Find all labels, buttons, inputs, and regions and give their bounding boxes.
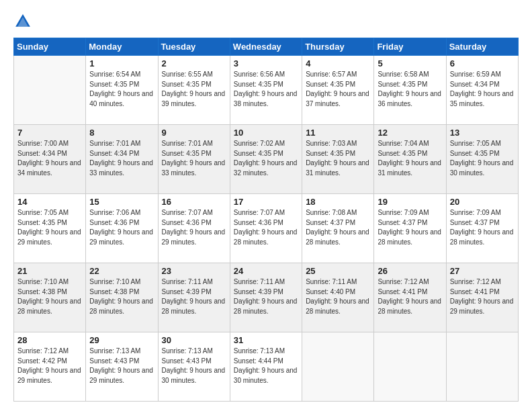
calendar-cell: 20Sunrise: 7:09 AMSunset: 4:37 PMDayligh… (446, 194, 518, 263)
day-info: Sunrise: 7:12 AMSunset: 4:42 PMDaylight:… (17, 347, 82, 385)
day-info: Sunrise: 7:11 AMSunset: 4:39 PMDaylight:… (234, 277, 298, 316)
calendar-cell: 23Sunrise: 7:11 AMSunset: 4:39 PMDayligh… (158, 263, 230, 332)
calendar-cell: 10Sunrise: 7:02 AMSunset: 4:35 PMDayligh… (230, 125, 302, 194)
calendar-cell: 6Sunrise: 6:59 AMSunset: 4:34 PMDaylight… (446, 56, 518, 125)
weekday-header-saturday: Saturday (446, 38, 518, 56)
day-number: 4 (306, 58, 370, 68)
day-number: 27 (450, 266, 515, 276)
logo-icon (13, 12, 32, 31)
day-info: Sunrise: 6:56 AMSunset: 4:35 PMDaylight:… (234, 70, 298, 109)
day-info: Sunrise: 7:13 AMSunset: 4:43 PMDaylight:… (162, 347, 226, 385)
weekday-header-thursday: Thursday (302, 38, 374, 56)
page: SundayMondayTuesdayWednesdayThursdayFrid… (0, 0, 532, 411)
day-info: Sunrise: 7:07 AMSunset: 4:36 PMDaylight:… (234, 208, 298, 247)
day-number: 5 (378, 58, 442, 68)
day-info: Sunrise: 6:55 AMSunset: 4:35 PMDaylight:… (162, 70, 226, 109)
day-number: 17 (234, 197, 298, 207)
calendar-cell: 25Sunrise: 7:11 AMSunset: 4:40 PMDayligh… (302, 263, 374, 332)
day-number: 21 (17, 266, 82, 276)
calendar-cell: 9Sunrise: 7:01 AMSunset: 4:35 PMDaylight… (158, 125, 230, 194)
calendar-cell: 14Sunrise: 7:05 AMSunset: 4:35 PMDayligh… (14, 194, 86, 263)
day-number: 11 (306, 128, 370, 138)
day-info: Sunrise: 7:04 AMSunset: 4:35 PMDaylight:… (378, 139, 442, 178)
day-number: 24 (234, 266, 298, 276)
day-info: Sunrise: 7:13 AMSunset: 4:43 PMDaylight:… (89, 347, 154, 385)
day-number: 7 (17, 128, 82, 138)
day-info: Sunrise: 7:13 AMSunset: 4:44 PMDaylight:… (234, 347, 298, 385)
day-number: 20 (450, 197, 515, 207)
day-info: Sunrise: 6:58 AMSunset: 4:35 PMDaylight:… (378, 70, 442, 109)
calendar-week-row: 14Sunrise: 7:05 AMSunset: 4:35 PMDayligh… (14, 194, 519, 263)
header (13, 12, 519, 31)
day-number: 3 (234, 58, 298, 68)
calendar-week-row: 28Sunrise: 7:12 AMSunset: 4:42 PMDayligh… (14, 332, 519, 402)
day-number: 6 (450, 58, 515, 68)
day-number: 22 (89, 266, 154, 276)
calendar-table: SundayMondayTuesdayWednesdayThursdayFrid… (13, 38, 519, 402)
day-number: 31 (234, 335, 298, 345)
calendar-cell: 16Sunrise: 7:07 AMSunset: 4:36 PMDayligh… (158, 194, 230, 263)
calendar-cell: 29Sunrise: 7:13 AMSunset: 4:43 PMDayligh… (86, 332, 158, 402)
day-info: Sunrise: 6:59 AMSunset: 4:34 PMDaylight:… (450, 70, 515, 109)
calendar-cell: 1Sunrise: 6:54 AMSunset: 4:35 PMDaylight… (86, 56, 158, 125)
calendar-cell: 15Sunrise: 7:06 AMSunset: 4:36 PMDayligh… (86, 194, 158, 263)
day-number: 26 (378, 266, 442, 276)
weekday-header-friday: Friday (374, 38, 446, 56)
calendar-cell: 26Sunrise: 7:12 AMSunset: 4:41 PMDayligh… (374, 263, 446, 332)
calendar-cell: 18Sunrise: 7:08 AMSunset: 4:37 PMDayligh… (302, 194, 374, 263)
day-number: 2 (162, 58, 226, 68)
calendar-cell: 27Sunrise: 7:12 AMSunset: 4:41 PMDayligh… (446, 263, 518, 332)
day-number: 16 (162, 197, 226, 207)
day-info: Sunrise: 7:01 AMSunset: 4:35 PMDaylight:… (162, 139, 226, 178)
day-number: 23 (162, 266, 226, 276)
calendar-cell (446, 332, 518, 402)
calendar-week-row: 7Sunrise: 7:00 AMSunset: 4:34 PMDaylight… (14, 125, 519, 194)
day-number: 25 (306, 266, 370, 276)
day-info: Sunrise: 7:00 AMSunset: 4:34 PMDaylight:… (17, 139, 82, 178)
day-info: Sunrise: 7:11 AMSunset: 4:39 PMDaylight:… (162, 277, 226, 316)
day-info: Sunrise: 6:54 AMSunset: 4:35 PMDaylight:… (89, 70, 154, 109)
calendar-cell: 24Sunrise: 7:11 AMSunset: 4:39 PMDayligh… (230, 263, 302, 332)
calendar-cell: 7Sunrise: 7:00 AMSunset: 4:34 PMDaylight… (14, 125, 86, 194)
day-number: 14 (17, 197, 82, 207)
weekday-header-tuesday: Tuesday (158, 38, 230, 56)
day-info: Sunrise: 7:11 AMSunset: 4:40 PMDaylight:… (306, 277, 370, 316)
calendar-cell: 4Sunrise: 6:57 AMSunset: 4:35 PMDaylight… (302, 56, 374, 125)
day-info: Sunrise: 7:12 AMSunset: 4:41 PMDaylight:… (450, 277, 515, 316)
day-info: Sunrise: 7:07 AMSunset: 4:36 PMDaylight:… (162, 208, 226, 247)
day-number: 10 (234, 128, 298, 138)
calendar-cell: 2Sunrise: 6:55 AMSunset: 4:35 PMDaylight… (158, 56, 230, 125)
day-number: 9 (162, 128, 226, 138)
day-number: 15 (89, 197, 154, 207)
day-number: 19 (378, 197, 442, 207)
day-info: Sunrise: 7:09 AMSunset: 4:37 PMDaylight:… (450, 208, 515, 247)
calendar-cell: 3Sunrise: 6:56 AMSunset: 4:35 PMDaylight… (230, 56, 302, 125)
weekday-header-wednesday: Wednesday (230, 38, 302, 56)
day-number: 13 (450, 128, 515, 138)
weekday-header-monday: Monday (86, 38, 158, 56)
day-number: 8 (89, 128, 154, 138)
calendar-cell: 12Sunrise: 7:04 AMSunset: 4:35 PMDayligh… (374, 125, 446, 194)
calendar-cell: 22Sunrise: 7:10 AMSunset: 4:38 PMDayligh… (86, 263, 158, 332)
weekday-header-sunday: Sunday (14, 38, 86, 56)
calendar-cell (14, 56, 86, 125)
calendar-cell: 30Sunrise: 7:13 AMSunset: 4:43 PMDayligh… (158, 332, 230, 402)
day-info: Sunrise: 7:02 AMSunset: 4:35 PMDaylight:… (234, 139, 298, 178)
day-number: 18 (306, 197, 370, 207)
day-number: 1 (89, 58, 154, 68)
day-number: 28 (17, 335, 82, 345)
day-number: 30 (162, 335, 226, 345)
calendar-week-row: 21Sunrise: 7:10 AMSunset: 4:38 PMDayligh… (14, 263, 519, 332)
day-info: Sunrise: 7:12 AMSunset: 4:41 PMDaylight:… (378, 277, 442, 316)
day-info: Sunrise: 6:57 AMSunset: 4:35 PMDaylight:… (306, 70, 370, 109)
day-info: Sunrise: 7:05 AMSunset: 4:35 PMDaylight:… (17, 208, 82, 247)
calendar-cell: 13Sunrise: 7:05 AMSunset: 4:35 PMDayligh… (446, 125, 518, 194)
day-info: Sunrise: 7:01 AMSunset: 4:34 PMDaylight:… (89, 139, 154, 178)
day-info: Sunrise: 7:10 AMSunset: 4:38 PMDaylight:… (89, 277, 154, 316)
calendar-cell: 31Sunrise: 7:13 AMSunset: 4:44 PMDayligh… (230, 332, 302, 402)
day-info: Sunrise: 7:10 AMSunset: 4:38 PMDaylight:… (17, 277, 82, 316)
day-info: Sunrise: 7:05 AMSunset: 4:35 PMDaylight:… (450, 139, 515, 178)
calendar-cell (374, 332, 446, 402)
day-info: Sunrise: 7:03 AMSunset: 4:35 PMDaylight:… (306, 139, 370, 178)
calendar-cell: 5Sunrise: 6:58 AMSunset: 4:35 PMDaylight… (374, 56, 446, 125)
